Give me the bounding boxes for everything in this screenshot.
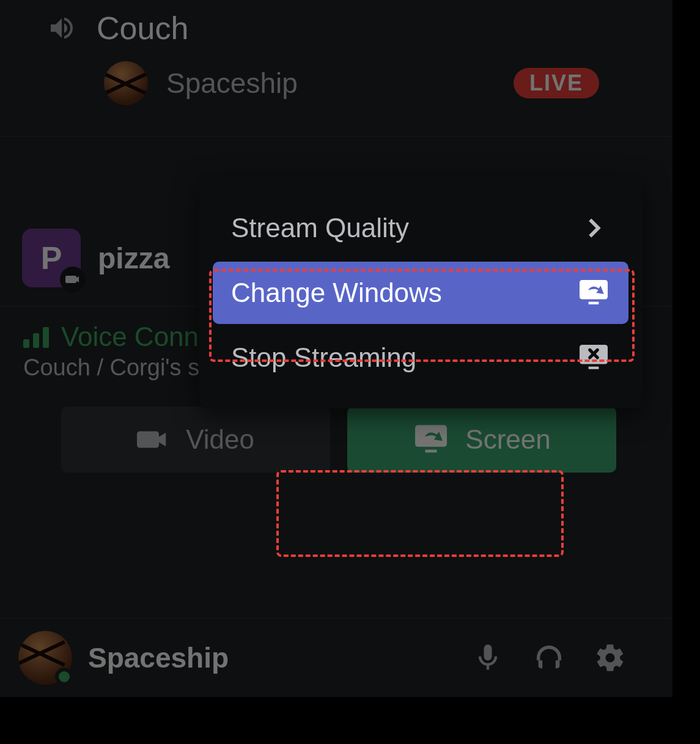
participant-name: Spaceship <box>166 67 495 100</box>
streaming-badge-icon <box>60 267 86 292</box>
menu-stream-quality-label: Stream Quality <box>231 213 409 243</box>
activity-icon-letter: P <box>41 240 62 276</box>
speaker-icon <box>43 13 81 43</box>
channel-name: Couch <box>97 10 188 46</box>
svg-rect-1 <box>426 450 437 453</box>
stop-stream-icon <box>577 344 610 372</box>
annotation-highlight <box>276 470 564 557</box>
screen-button[interactable]: Screen <box>347 407 616 473</box>
signal-icon <box>23 326 49 348</box>
video-button-label: Video <box>186 424 254 455</box>
user-name: Spaceship <box>88 641 456 674</box>
menu-stream-quality[interactable]: Stream Quality <box>213 197 628 259</box>
avatar <box>104 61 148 105</box>
online-status-icon <box>55 668 73 686</box>
participant-row[interactable]: Spaceship LIVE <box>0 61 672 130</box>
activity-app-icon: P <box>22 229 81 287</box>
video-button[interactable]: Video <box>61 407 330 473</box>
live-badge: LIVE <box>514 68 599 98</box>
voice-channel-header[interactable]: Couch <box>0 0 672 61</box>
voice-panel: Couch Spaceship LIVE P pizza Voice Conne… <box>0 0 672 697</box>
video-icon <box>137 428 170 451</box>
user-footer: Spaceship <box>0 617 672 697</box>
footer-actions <box>472 642 626 674</box>
svg-rect-5 <box>589 367 599 369</box>
chevron-right-icon <box>577 214 610 242</box>
mute-icon[interactable] <box>472 642 504 674</box>
menu-stop-streaming-label: Stop Streaming <box>231 342 416 373</box>
screen-button-label: Screen <box>465 424 550 455</box>
menu-stop-streaming[interactable]: Stop Streaming <box>213 326 628 389</box>
stream-context-menu: Stream Quality Change Windows Stop Strea… <box>199 177 642 408</box>
svg-rect-3 <box>589 302 599 304</box>
settings-icon[interactable] <box>594 642 626 674</box>
menu-change-windows-label: Change Windows <box>231 278 442 308</box>
svg-rect-2 <box>580 280 608 299</box>
menu-change-windows[interactable]: Change Windows <box>213 262 628 324</box>
screen-share-icon <box>413 424 449 455</box>
screen-share-icon <box>577 279 610 307</box>
user-avatar[interactable] <box>18 631 72 685</box>
svg-rect-0 <box>415 425 447 446</box>
deafen-icon[interactable] <box>533 642 565 674</box>
activity-name: pizza <box>98 241 169 275</box>
